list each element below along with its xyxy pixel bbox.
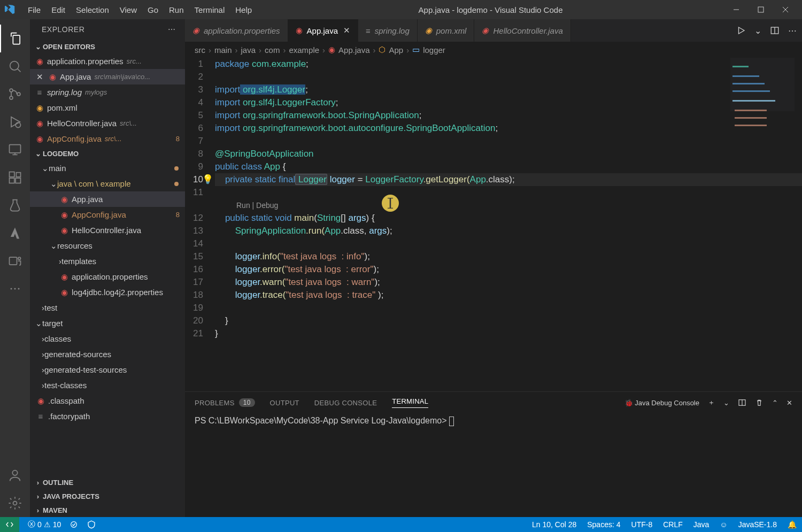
tree-file[interactable]: ◉HelloController.java: [30, 222, 185, 238]
open-editor-item[interactable]: ◉HelloController.javasrc\...: [30, 115, 185, 131]
new-terminal-icon[interactable]: ＋: [708, 398, 715, 407]
accounts-icon[interactable]: [0, 461, 30, 489]
tree-file[interactable]: ◉App.java: [30, 191, 185, 207]
status-spaces[interactable]: Spaces: 4: [587, 520, 620, 529]
breadcrumb[interactable]: src› main› java› com› example› ◉ App.jav…: [185, 42, 802, 58]
status-jdk[interactable]: JavaSE-1.8: [738, 520, 777, 529]
menu-view[interactable]: View: [114, 3, 142, 17]
status-encoding[interactable]: UTF-8: [631, 520, 653, 529]
editor-body[interactable]: 1234567891011 12131415161718192021 packa…: [185, 58, 802, 391]
tree-file[interactable]: ◉.classpath: [30, 393, 185, 408]
search-icon[interactable]: [0, 52, 30, 80]
tree-file[interactable]: ◉AppConfig.java8: [30, 207, 185, 222]
tree-folder[interactable]: ⌄target: [30, 315, 185, 331]
terminal-menu-icon[interactable]: ⌄: [723, 399, 729, 407]
project-header[interactable]: ⌄LOGDEMO: [30, 147, 185, 160]
open-editor-item[interactable]: ◉pom.xml: [30, 100, 185, 115]
panel-tab-output[interactable]: OUTPUT: [270, 399, 299, 407]
remote-explorer-icon[interactable]: [0, 136, 30, 164]
terminal-dropdown[interactable]: 🐞 Java Debug Console: [624, 399, 699, 407]
tab[interactable]: ◉HelloController.java: [474, 19, 570, 42]
panel-tab-debug-console[interactable]: DEBUG CONSOLE: [314, 399, 377, 407]
tab[interactable]: ◉application.properties: [185, 19, 288, 42]
tree-folder[interactable]: ⌄java \ com \ example: [30, 176, 185, 191]
status-language[interactable]: Java: [693, 520, 710, 529]
status-bell-icon[interactable]: 🔔: [788, 520, 797, 529]
minimap[interactable]: [730, 58, 795, 111]
panel: PROBLEMS10 OUTPUT DEBUG CONSOLE TERMINAL…: [185, 391, 802, 517]
code-content[interactable]: package com.example; import org.slf4j.Lo…: [215, 58, 802, 391]
open-editor-item[interactable]: ✕◉App.javasrc\main\java\co...: [30, 69, 185, 84]
tree-folder[interactable]: ›generated-sources: [30, 346, 185, 362]
menu-go[interactable]: Go: [142, 3, 164, 17]
remote-indicator[interactable]: [0, 517, 19, 532]
open-editor-item[interactable]: ◉application.propertiessrc...: [30, 53, 185, 69]
java-projects-header[interactable]: ›JAVA PROJECTS: [30, 489, 185, 503]
tree-folder[interactable]: ›classes: [30, 331, 185, 346]
maximize-panel-icon[interactable]: ⌃: [772, 399, 778, 407]
vscode-logo-icon: [4, 4, 16, 16]
menu-file[interactable]: File: [22, 3, 46, 17]
terminal-body[interactable]: PS C:\LBWorkSpace\MyCode\38-App Service …: [185, 413, 802, 517]
close-icon[interactable]: ✕: [34, 72, 45, 82]
tree-file[interactable]: ◉log4jdbc.log4j2.properties: [30, 284, 185, 300]
tree-folder[interactable]: ⌄main: [30, 160, 185, 176]
tree-folder[interactable]: ›templates: [30, 253, 185, 269]
kill-terminal-icon[interactable]: [755, 398, 764, 407]
status-position[interactable]: Ln 10, Col 28: [532, 520, 576, 529]
status-errors[interactable]: ⓧ 0 ⚠ 10: [28, 520, 61, 529]
testing-icon[interactable]: [0, 191, 30, 219]
menu-selection[interactable]: Selection: [71, 3, 114, 17]
outline-header[interactable]: ›OUTLINE: [30, 475, 185, 489]
sidebar-header: EXPLORER ⋯: [30, 19, 185, 40]
minimize-button[interactable]: [724, 0, 749, 19]
more-actions-icon[interactable]: ⋯: [788, 26, 797, 36]
extensions-icon[interactable]: [0, 164, 30, 191]
settings-icon[interactable]: [0, 489, 30, 517]
menu-help[interactable]: Help: [230, 3, 257, 17]
tree-folder[interactable]: ›test: [30, 300, 185, 315]
menu-terminal[interactable]: Terminal: [189, 3, 230, 17]
split-terminal-icon[interactable]: [738, 398, 746, 407]
tab[interactable]: ≡spring.log: [358, 19, 418, 42]
tab[interactable]: ◉App.java✕: [288, 19, 358, 42]
run-icon[interactable]: [736, 26, 746, 35]
status-ports-icon[interactable]: [70, 520, 78, 529]
explorer-icon[interactable]: [0, 25, 30, 52]
svg-rect-15: [10, 257, 17, 265]
status-smile-icon[interactable]: ☺: [720, 520, 727, 529]
window-title: App.java - logdemo - Visual Studio Code: [257, 5, 724, 14]
open-editor-item[interactable]: ◉AppConfig.javasrc\...8: [30, 131, 185, 147]
tab[interactable]: ◉pom.xml: [418, 19, 475, 42]
close-button[interactable]: [773, 0, 798, 19]
more-icon[interactable]: [0, 275, 30, 303]
menu-edit[interactable]: Edit: [46, 3, 71, 17]
close-panel-icon[interactable]: ✕: [786, 399, 792, 407]
tree-folder[interactable]: ›test-classes: [30, 377, 185, 393]
maven-header[interactable]: ›MAVEN: [30, 503, 185, 517]
sidebar: EXPLORER ⋯ ⌄OPEN EDITORS ◉application.pr…: [30, 19, 185, 517]
run-menu-icon[interactable]: ⌄: [754, 26, 761, 36]
tree-file[interactable]: ≡.factorypath: [30, 408, 185, 424]
menu-run[interactable]: Run: [164, 3, 189, 17]
tree-folder[interactable]: ⌄resources: [30, 238, 185, 253]
open-editor-item[interactable]: ≡spring.logmylogs: [30, 84, 185, 100]
codelens-run-debug[interactable]: Run | Debug: [215, 201, 278, 210]
tree-file[interactable]: ◉application.properties: [30, 269, 185, 284]
split-editor-icon[interactable]: [770, 26, 780, 35]
run-debug-icon[interactable]: [0, 108, 30, 136]
status-eol[interactable]: CRLF: [663, 520, 683, 529]
panel-tab-problems[interactable]: PROBLEMS10: [195, 398, 255, 407]
azure-icon[interactable]: [0, 219, 30, 247]
tree-folder[interactable]: ›generated-test-sources: [30, 362, 185, 377]
svg-rect-1: [758, 7, 764, 12]
source-control-icon[interactable]: [0, 80, 30, 108]
file-tree: ⌄main ⌄java \ com \ example ◉App.java ◉A…: [30, 160, 185, 475]
tab-close-icon[interactable]: ✕: [343, 26, 350, 35]
status-live-icon[interactable]: [87, 520, 96, 529]
teams-icon[interactable]: [0, 247, 30, 275]
open-editors-header[interactable]: ⌄OPEN EDITORS: [30, 40, 185, 53]
maximize-button[interactable]: [749, 0, 773, 19]
panel-tab-terminal[interactable]: TERMINAL: [392, 397, 428, 408]
explorer-more-icon[interactable]: ⋯: [168, 25, 176, 34]
